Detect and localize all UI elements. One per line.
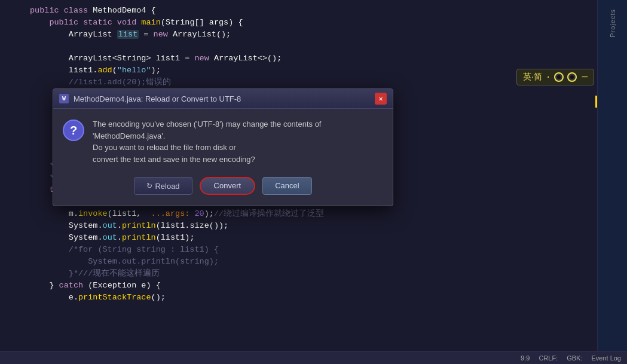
dialog-app-icon: W bbox=[59, 94, 69, 103]
dialog-message: The encoding you've chosen ('UTF-8') may… bbox=[93, 118, 321, 165]
message-line4: convert the text and save in the new enc… bbox=[93, 155, 255, 164]
status-position: 9:9 bbox=[521, 354, 530, 362]
code-line: ArrayList<String> list1 = new ArrayList<… bbox=[30, 53, 597, 65]
code-line: list1.add("hello"); bbox=[30, 65, 597, 77]
code-line: System.out.println(list1); bbox=[30, 232, 597, 244]
accent-bar bbox=[595, 96, 597, 108]
reload-button[interactable]: ↻ Reload bbox=[134, 177, 192, 195]
code-line: }*///现在不能这样遍历 bbox=[30, 268, 597, 280]
dot-separator: · bbox=[546, 72, 550, 82]
convert-button[interactable]: Convert bbox=[200, 177, 256, 195]
message-line1: The encoding you've chosen ('UTF-8') may… bbox=[93, 120, 321, 129]
convert-label: Convert bbox=[214, 181, 241, 190]
code-line: public class MethodDemo4 { bbox=[30, 5, 597, 17]
code-line: System.out.println(string); bbox=[30, 256, 597, 268]
code-line: //list1.add(20);错误的 bbox=[30, 77, 597, 88]
dialog-body: ? The encoding you've chosen ('UTF-8') m… bbox=[53, 109, 393, 177]
dialog-close-button[interactable]: ✕ bbox=[375, 93, 387, 105]
reload-icon: ↻ bbox=[146, 182, 152, 190]
code-line bbox=[30, 41, 597, 53]
event-log-link[interactable]: Event Log bbox=[591, 354, 621, 362]
dialog-titlebar: W MethodDemo4.java: Reload or Convert to… bbox=[53, 89, 393, 109]
question-icon: ? bbox=[63, 120, 84, 141]
message-line3: Do you want to reload the file from disk… bbox=[93, 143, 236, 152]
input-method-text: 英·简 bbox=[523, 72, 542, 82]
right-sidebar: Projects bbox=[597, 0, 627, 364]
dialog-title-area: W MethodDemo4.java: Reload or Convert to… bbox=[59, 94, 241, 103]
question-mark: ? bbox=[70, 124, 77, 137]
code-line: ArrayList list = new ArrayList(); bbox=[30, 29, 597, 41]
cancel-label: Cancel bbox=[275, 181, 299, 190]
dialog-box: W MethodDemo4.java: Reload or Convert to… bbox=[53, 88, 393, 206]
input-method-widget[interactable]: 英·简 · — bbox=[516, 69, 594, 85]
code-line: System.out.println(list1.size()); bbox=[30, 220, 597, 232]
dash-icon: — bbox=[582, 72, 588, 82]
dialog-title-text: MethodDemo4.java: Reload or Convert to U… bbox=[74, 94, 241, 103]
projects-label: Projects bbox=[609, 9, 616, 38]
reload-label: Reload bbox=[155, 182, 179, 191]
cancel-button[interactable]: Cancel bbox=[262, 177, 311, 195]
message-line2: 'MethodDemo4.java'. bbox=[93, 131, 165, 140]
code-line: /*for (String string : list1) { bbox=[30, 244, 597, 256]
code-line: m.invoke(list1, ...args: 20);//绕过编译操作就绕过… bbox=[30, 208, 597, 220]
status-encoding: GBK: bbox=[567, 354, 582, 362]
eye-icon-left bbox=[554, 72, 564, 82]
reload-icon-wrap: ↻ Reload bbox=[146, 182, 179, 191]
code-line: e.printStackTrace(); bbox=[30, 292, 597, 304]
status-bar: 9:9 CRLF: GBK: Event Log bbox=[0, 351, 627, 364]
code-line: public static void main(String[] args) { bbox=[30, 17, 597, 29]
eye-icon-right bbox=[567, 72, 577, 82]
dialog-buttons: ↻ Reload Convert Cancel bbox=[53, 177, 393, 206]
code-line: } catch (Exception e) { bbox=[30, 280, 597, 292]
status-line-ending: CRLF: bbox=[539, 354, 558, 362]
